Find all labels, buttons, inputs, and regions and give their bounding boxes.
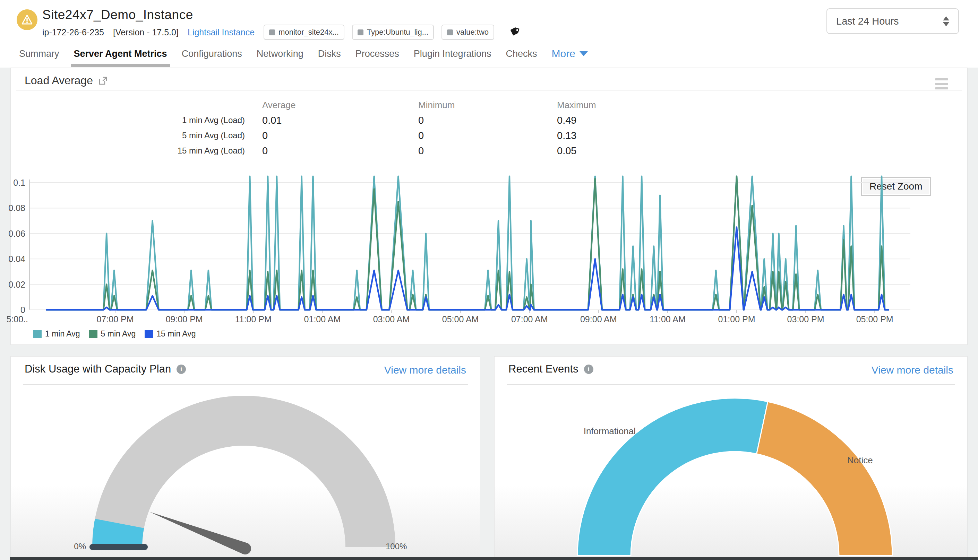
legend-item[interactable]: 15 min Avg — [145, 329, 196, 338]
disk-usage-view-more-link[interactable]: View more details — [384, 364, 466, 376]
donut-label-notice: Notice — [847, 455, 873, 465]
value-maximum: 0.13 — [540, 128, 685, 143]
monitor-subtitle: ip-172-26-6-235 [Version - 17.5.0] Light… — [42, 24, 520, 40]
x-tick-label: 09:00 PM — [166, 314, 203, 324]
instance-type-link[interactable]: Lightsail Instance — [187, 27, 254, 37]
card-divider — [16, 90, 962, 90]
recent-events-title: Recent Events — [508, 363, 578, 375]
x-tick-label: 01:00 AM — [304, 314, 341, 324]
nav-tabs: SummaryServer Agent MetricsConfiguration… — [19, 48, 588, 65]
tab-networking[interactable]: Networking — [257, 48, 303, 65]
legend-swatch — [89, 330, 97, 338]
gauge-needle — [150, 512, 247, 554]
warning-triangle-icon — [21, 14, 33, 25]
load-average-table: AverageMinimumMaximum1 min Avg (Load)0.0… — [11, 97, 685, 158]
chart-legend: 1 min Avg5 min Avg15 min Avg — [33, 329, 196, 338]
legend-label: 15 min Avg — [156, 329, 196, 338]
page: Site24x7_Demo_Instance ip-172-26-6-235 [… — [0, 0, 978, 560]
column-header: Average — [245, 97, 401, 113]
x-tick-label-start: 05:00.. — [7, 314, 28, 324]
x-tick-label: 11:00 PM — [235, 314, 272, 324]
external-link-icon[interactable] — [99, 76, 107, 85]
recent-events-donut: InformationalNotice — [495, 388, 967, 560]
y-tick-label: 0.08 — [8, 203, 25, 213]
series-1-min-Avg — [46, 177, 889, 310]
x-tick-label: 05:00 AM — [442, 314, 479, 324]
tags-button[interactable] — [508, 26, 520, 38]
x-tick-label: 07:00 AM — [511, 314, 548, 324]
legend-label: 5 min Avg — [101, 329, 136, 338]
recent-events-view-more-link[interactable]: View more details — [871, 364, 953, 376]
y-tick-label: 0.04 — [8, 254, 25, 264]
x-tick-label: 03:00 PM — [787, 314, 824, 324]
agent-version: [Version - 17.5.0] — [113, 27, 179, 37]
tab-configurations[interactable]: Configurations — [182, 48, 242, 65]
tab-processes[interactable]: Processes — [356, 48, 399, 65]
gauge-track — [92, 396, 395, 547]
row-label: 5 min Avg (Load) — [11, 128, 245, 143]
tag-chip-1[interactable]: Type:Ubuntu_lig... — [352, 25, 434, 40]
legend-label: 1 min Avg — [45, 329, 80, 338]
x-tick-label: 09:00 AM — [580, 314, 617, 324]
value-average: 0 — [245, 128, 401, 143]
tag-square-icon — [269, 30, 275, 35]
value-average: 0.01 — [245, 113, 401, 128]
tag-chips: monitor_site24x...Type:Ubuntu_lig...valu… — [264, 25, 494, 40]
row-label: 1 min Avg (Load) — [11, 113, 245, 128]
info-icon[interactable]: i — [177, 365, 186, 374]
page-title: Site24x7_Demo_Instance — [42, 8, 193, 22]
y-tick-label: 0.1 — [13, 178, 25, 187]
column-header: Maximum — [540, 97, 685, 113]
load-average-chart[interactable]: 00.020.040.060.080.105:00..07:00 PM09:00… — [7, 173, 923, 328]
value-maximum: 0.49 — [540, 113, 685, 128]
value-average: 0 — [245, 143, 401, 158]
tag-icon — [508, 26, 520, 38]
gauge-base-marker — [89, 544, 148, 550]
table-corner — [11, 97, 245, 113]
tab-summary[interactable]: Summary — [19, 48, 59, 65]
x-tick-label: 03:00 AM — [373, 314, 410, 324]
legend-item[interactable]: 1 min Avg — [33, 329, 80, 338]
donut-label-informational: Informational — [583, 426, 636, 436]
y-tick-label: 0.02 — [8, 280, 25, 289]
monitor-status-icon — [17, 9, 37, 30]
donut-segment-informational — [577, 398, 768, 555]
chevron-down-icon — [580, 51, 588, 56]
x-tick-label: 05:00 PM — [856, 314, 893, 324]
value-minimum: 0 — [401, 113, 540, 128]
chart-menu-icon[interactable] — [935, 78, 948, 89]
value-minimum: 0 — [401, 128, 540, 143]
x-tick-label: 01:00 PM — [718, 314, 755, 324]
select-spinner-icon — [943, 16, 949, 26]
x-tick-label: 07:00 PM — [97, 314, 134, 324]
tab-checks[interactable]: Checks — [506, 48, 537, 65]
tag-chip-0[interactable]: monitor_site24x... — [264, 25, 344, 40]
value-minimum: 0 — [401, 143, 540, 158]
value-maximum: 0.05 — [540, 143, 685, 158]
tab-server-agent-metrics[interactable]: Server Agent Metrics — [74, 48, 167, 65]
y-tick-label: 0.06 — [8, 229, 25, 238]
tab-plugin-integrations[interactable]: Plugin Integrations — [414, 48, 492, 65]
legend-item[interactable]: 5 min Avg — [89, 329, 136, 338]
row-label: 15 min Avg (Load) — [11, 143, 245, 158]
window-bottom-edge — [10, 557, 978, 560]
legend-swatch — [33, 330, 42, 338]
time-range-value: Last 24 Hours — [836, 16, 943, 27]
gauge-min-label: 0% — [74, 542, 86, 551]
column-header: Minimum — [401, 97, 540, 113]
x-tick-label: 11:00 AM — [650, 314, 685, 324]
tag-square-icon — [447, 30, 453, 35]
monitor-ip: ip-172-26-6-235 — [42, 27, 104, 37]
donut-segment-notice — [757, 402, 892, 555]
page-header: Site24x7_Demo_Instance ip-172-26-6-235 [… — [0, 0, 978, 68]
info-icon[interactable]: i — [584, 365, 593, 374]
tag-chip-2[interactable]: value:two — [441, 25, 494, 40]
y-tick-label: 0 — [20, 305, 25, 315]
tab-disks[interactable]: Disks — [318, 48, 341, 65]
load-average-title: Load Average — [25, 74, 93, 87]
tab-more[interactable]: More — [552, 48, 588, 65]
recent-events-card: Recent Events i View more details Inform… — [494, 356, 968, 560]
disk-usage-card: Disk Usage with Capacity Plan i View mor… — [10, 356, 480, 560]
disk-usage-gauge: 0%100%6% — [11, 388, 480, 560]
time-range-select[interactable]: Last 24 Hours — [826, 8, 959, 34]
